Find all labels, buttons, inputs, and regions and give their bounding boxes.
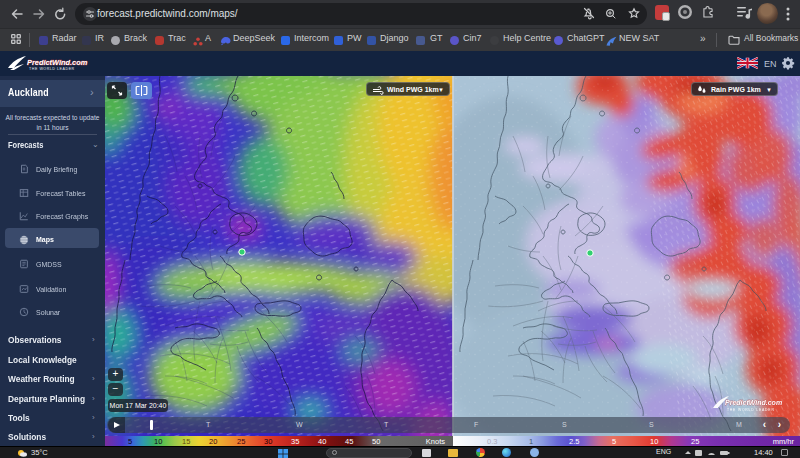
svg-text:PredictWind.com: PredictWind.com [27, 58, 88, 67]
svg-text:THE WORLD LEADER: THE WORLD LEADER [29, 67, 75, 71]
svg-text:PredictWind.com: PredictWind.com [725, 399, 782, 406]
svg-text:THE WORLD LEADER: THE WORLD LEADER [727, 408, 775, 412]
